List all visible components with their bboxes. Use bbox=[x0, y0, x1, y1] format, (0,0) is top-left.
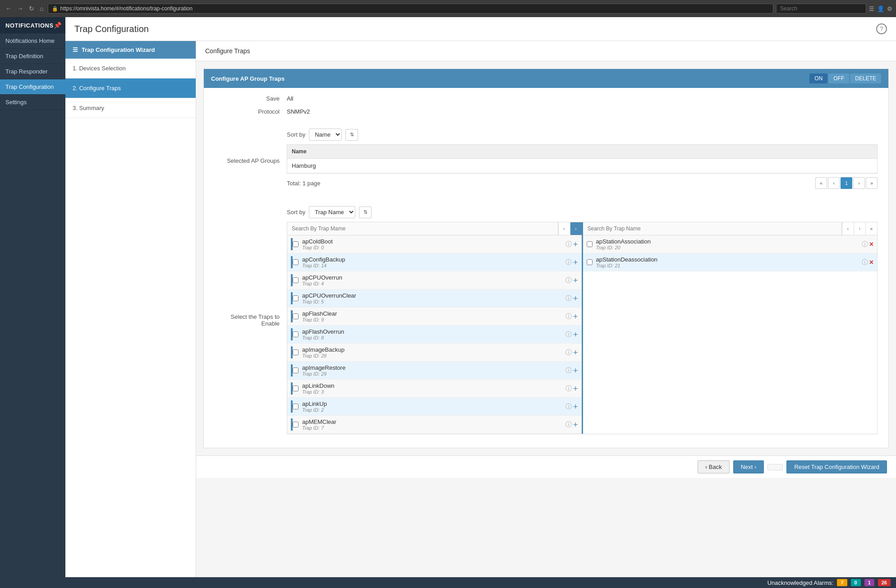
trap-checkbox[interactable] bbox=[293, 241, 299, 247]
trap-checkbox[interactable] bbox=[293, 313, 299, 319]
sidebar-item-trap-definition[interactable]: Trap Definition bbox=[0, 49, 65, 64]
trap-info-button[interactable]: ⓘ bbox=[565, 367, 572, 375]
trap-checkbox[interactable] bbox=[293, 277, 299, 283]
off-button[interactable]: OFF bbox=[828, 74, 849, 83]
trap-add-button[interactable]: + bbox=[573, 385, 578, 393]
trap-info-button[interactable]: ⓘ bbox=[565, 385, 572, 393]
sort-select[interactable]: Name bbox=[309, 129, 342, 141]
trap-checkbox[interactable] bbox=[293, 331, 299, 337]
on-button[interactable]: ON bbox=[809, 74, 827, 83]
trap-checkbox[interactable] bbox=[293, 349, 299, 355]
trap-add-button[interactable]: + bbox=[573, 240, 578, 248]
trap-info-button[interactable]: ⓘ bbox=[565, 258, 572, 266]
trap-add-button[interactable]: + bbox=[573, 276, 578, 285]
current-page[interactable]: 1 bbox=[841, 177, 852, 189]
forward-button[interactable]: → bbox=[15, 4, 25, 13]
trap-left-search-input[interactable] bbox=[287, 223, 558, 234]
first-page-button[interactable]: « bbox=[815, 177, 827, 189]
back-wizard-button[interactable]: ‹ Back bbox=[698, 460, 730, 473]
profile-icon: 👤 bbox=[877, 5, 884, 12]
ap-groups-content: Sort by Name ⇅ Name Hamburg bbox=[287, 129, 878, 193]
trap-sort-order-button[interactable]: ⇅ bbox=[359, 207, 372, 218]
trap-info-button[interactable]: ⓘ bbox=[565, 312, 572, 321]
status-bar-label: Unacknowledged Alarms: bbox=[767, 579, 834, 586]
trap-add-button[interactable]: + bbox=[573, 403, 578, 411]
trap-info-button[interactable]: ⓘ bbox=[862, 258, 868, 266]
trap-checkbox[interactable] bbox=[293, 386, 299, 391]
reset-wizard-button[interactable]: Reset Trap Configuration Wizard bbox=[786, 460, 887, 473]
trap-right-search-bar: ‹ ↑ « bbox=[583, 222, 878, 235]
trap-search-prev-button[interactable]: ‹ bbox=[558, 222, 570, 235]
trap-info: apConfigBackup Trap ID: 14 bbox=[302, 256, 565, 268]
wizard-header: ☰ Trap Configuration Wizard bbox=[65, 41, 196, 59]
wizard-step-2[interactable]: 2. Configure Traps bbox=[65, 78, 196, 98]
address-bar[interactable]: 🔒 https://omnivista.home/#/notifications… bbox=[48, 4, 773, 14]
trap-remove-button[interactable]: × bbox=[869, 240, 873, 248]
home-button[interactable]: ⌂ bbox=[38, 4, 45, 13]
trap-left-column: ‹ › bbox=[287, 222, 583, 434]
wizard-step-3[interactable]: 3. Summary bbox=[65, 98, 196, 118]
wizard-step-1[interactable]: 1. Devices Selection bbox=[65, 59, 196, 78]
trap-actions: ⓘ + bbox=[565, 276, 578, 285]
app-container: NOTIFICATIONS 📌 Notifications Home Trap … bbox=[0, 17, 896, 588]
trap-checkbox[interactable] bbox=[293, 259, 299, 265]
trap-checkbox[interactable] bbox=[587, 259, 593, 265]
trap-info-button[interactable]: ⓘ bbox=[565, 403, 572, 411]
trap-right-search-up-button[interactable]: ↑ bbox=[854, 222, 865, 235]
trap-right-column: ‹ ↑ « bbox=[583, 222, 878, 434]
prev-page-button[interactable]: ‹ bbox=[828, 177, 840, 189]
back-button[interactable]: ← bbox=[4, 4, 14, 13]
trap-info-button[interactable]: ⓘ bbox=[565, 240, 572, 248]
trap-info-button[interactable]: ⓘ bbox=[565, 421, 572, 429]
trap-info: apLinkDown Trap ID: 3 bbox=[302, 382, 565, 395]
trap-info-button[interactable]: ⓘ bbox=[565, 349, 572, 357]
trap-sort-select[interactable]: Trap Name bbox=[309, 206, 355, 218]
browser-search-input[interactable] bbox=[776, 4, 866, 14]
table-row: Hamburg bbox=[287, 159, 877, 173]
trap-search-next-button[interactable]: › bbox=[570, 222, 582, 235]
last-page-button[interactable]: » bbox=[866, 177, 878, 189]
pagination-bar: Total: 1 page « ‹ 1 › » bbox=[287, 174, 878, 193]
trap-checkbox[interactable] bbox=[293, 404, 299, 409]
next-page-button[interactable]: › bbox=[853, 177, 865, 189]
extensions-icon: ☰ bbox=[869, 5, 874, 12]
sidebar-item-label: Settings bbox=[5, 99, 27, 106]
browser-toolbar-icons: ☰ 👤 ⚙ bbox=[869, 5, 892, 12]
trap-checkbox[interactable] bbox=[293, 422, 299, 427]
trap-sort-bar: Sort by Trap Name ⇅ bbox=[287, 206, 878, 218]
trap-right-search-input[interactable] bbox=[583, 223, 842, 234]
trap-info-button[interactable]: ⓘ bbox=[565, 276, 572, 285]
trap-name: apLinkDown bbox=[302, 382, 565, 389]
delete-button[interactable]: DELETE bbox=[850, 74, 881, 83]
config-panel: Configure AP Group Traps ON OFF DELETE S… bbox=[203, 69, 889, 448]
trap-name: apFlashOverrun bbox=[302, 328, 565, 335]
trap-actions: ⓘ + bbox=[565, 367, 578, 375]
trap-left-search-bar: ‹ › bbox=[287, 222, 582, 235]
help-button[interactable]: ? bbox=[876, 23, 887, 34]
next-wizard-button[interactable]: Next › bbox=[733, 460, 764, 473]
trap-remove-button[interactable]: × bbox=[869, 258, 873, 266]
refresh-button[interactable]: ↻ bbox=[27, 4, 36, 13]
trap-row: apFlashClear Trap ID: 9 ⓘ + bbox=[287, 308, 582, 326]
sidebar-item-trap-responder[interactable]: Trap Responder bbox=[0, 64, 65, 79]
trap-checkbox[interactable] bbox=[587, 241, 593, 247]
trap-info-button[interactable]: ⓘ bbox=[862, 240, 868, 248]
trap-right-search-prev-button[interactable]: ‹ bbox=[842, 222, 854, 235]
trap-right-search-first-button[interactable]: « bbox=[865, 222, 877, 235]
trap-add-button[interactable]: + bbox=[573, 367, 578, 375]
trap-add-button[interactable]: + bbox=[573, 312, 578, 321]
trap-info-button[interactable]: ⓘ bbox=[565, 331, 572, 339]
trap-add-button[interactable]: + bbox=[573, 294, 578, 303]
trap-checkbox[interactable] bbox=[293, 368, 299, 373]
sidebar-item-settings[interactable]: Settings bbox=[0, 95, 65, 110]
sidebar-item-trap-configuration[interactable]: Trap Configuration bbox=[0, 79, 65, 95]
trap-add-button[interactable]: + bbox=[573, 258, 578, 266]
sort-order-button[interactable]: ⇅ bbox=[345, 129, 358, 141]
trap-info-button[interactable]: ⓘ bbox=[565, 294, 572, 303]
trap-select-content: Sort by Trap Name ⇅ bbox=[287, 206, 878, 434]
trap-add-button[interactable]: + bbox=[573, 349, 578, 357]
trap-add-button[interactable]: + bbox=[573, 331, 578, 339]
trap-checkbox[interactable] bbox=[293, 295, 299, 301]
sidebar-item-notifications-home[interactable]: Notifications Home bbox=[0, 33, 65, 49]
trap-add-button[interactable]: + bbox=[573, 421, 578, 429]
